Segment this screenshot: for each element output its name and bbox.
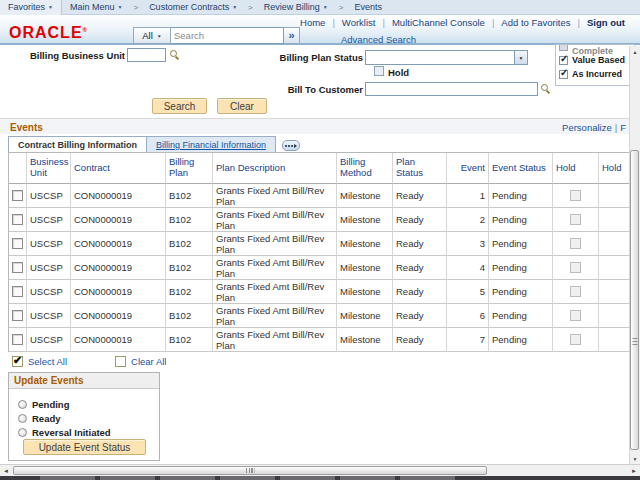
ready-radio-button[interactable]	[18, 414, 27, 423]
taskbar-block	[220, 476, 275, 480]
lookup-magnifier-icon[interactable]	[170, 50, 178, 58]
cell-plan-description: Grants Fixed Amt Bill/Rev Plan	[213, 256, 337, 280]
hold-checkbox[interactable]	[570, 334, 581, 345]
breadcrumb-item-main-menu[interactable]: Main Menu	[62, 0, 130, 15]
row-select-checkbox[interactable]	[12, 262, 23, 273]
vertical-scrollbar-thumb[interactable]	[630, 150, 639, 450]
horizontal-scrollbar[interactable]: ◄ ►	[0, 464, 640, 476]
value-based-checkbox[interactable]	[559, 56, 568, 65]
grid-header-plan-description[interactable]: Plan Description	[213, 153, 337, 184]
top-link-worklist[interactable]: Worklist	[335, 17, 383, 28]
as-incurred-checkbox[interactable]	[559, 70, 568, 79]
cell-hold-2	[599, 280, 629, 304]
select-all-link[interactable]: Select All	[28, 356, 67, 367]
scroll-right-arrow-icon[interactable]: ►	[628, 465, 640, 476]
cell-event: 5	[447, 280, 489, 304]
global-search-bar: All	[133, 27, 300, 44]
scroll-down-arrow-icon[interactable]: ▼	[630, 453, 640, 464]
breadcrumb-item-events[interactable]: Events	[346, 0, 390, 15]
grid-header-event-status[interactable]: Event Status	[489, 153, 553, 184]
billing-business-unit-input[interactable]	[127, 48, 166, 62]
find-link-partial[interactable]: F	[620, 122, 626, 133]
hold-checkbox[interactable]	[570, 214, 581, 225]
clear-button[interactable]: Clear	[217, 98, 267, 114]
events-section-title: Events	[10, 122, 43, 133]
global-search-input[interactable]	[171, 27, 284, 44]
grid-header-event[interactable]: Event	[447, 153, 489, 184]
show-all-columns-icon[interactable]	[282, 140, 300, 151]
grid-header-plan-status[interactable]: Plan Status	[393, 153, 447, 184]
cell-event-status: Pending	[489, 304, 553, 328]
clear-all-checkbox-icon[interactable]	[115, 356, 126, 367]
clear-all-group: Clear All	[115, 356, 166, 367]
hold-checkbox[interactable]	[570, 262, 581, 273]
breadcrumb-item-customer-contracts[interactable]: Customer Contracts	[141, 0, 245, 15]
breadcrumb-item-label: Favorites	[8, 2, 45, 12]
search-scope-dropdown[interactable]: All	[133, 27, 171, 44]
row-select-checkbox[interactable]	[12, 334, 23, 345]
cell-event-status: Pending	[489, 328, 553, 352]
cell-plan-description: Grants Fixed Amt Bill/Rev Plan	[213, 280, 337, 304]
row-select-checkbox[interactable]	[12, 214, 23, 225]
select-all-checkbox-icon[interactable]	[12, 356, 23, 367]
billing-plan-status-label: Billing Plan Status	[238, 52, 363, 63]
row-select-checkbox[interactable]	[12, 286, 23, 297]
top-link-sign-out[interactable]: Sign out	[580, 17, 632, 28]
search-go-button[interactable]	[284, 27, 300, 44]
reversal-initiated-radio-button[interactable]	[18, 428, 27, 437]
percent-complete-checkbox[interactable]	[559, 44, 568, 51]
advanced-search-link[interactable]: Advanced Search	[341, 34, 416, 45]
hold-checkbox[interactable]	[570, 238, 581, 249]
hold-filter-label: Hold	[388, 67, 428, 78]
billing-plan-status-select[interactable]	[365, 50, 528, 65]
breadcrumb-item-favorites[interactable]: Favorites	[0, 0, 61, 15]
hold-filter-checkbox[interactable]	[374, 66, 384, 76]
cell-hold-2	[599, 256, 629, 280]
horizontal-scrollbar-thumb[interactable]	[13, 466, 487, 475]
row-select-checkbox[interactable]	[12, 190, 23, 201]
cell-plan-status: Ready	[393, 280, 447, 304]
tab-contract-billing-information[interactable]: Contract Billing Information	[8, 136, 147, 153]
breadcrumb-item-review-billing[interactable]: Review Billing	[256, 0, 336, 15]
pending-radio-button[interactable]	[18, 400, 27, 409]
update-event-status-button[interactable]: Update Event Status	[23, 439, 146, 455]
vertical-scrollbar[interactable]: ▲ ▼	[629, 46, 640, 464]
grid-header-business-unit[interactable]: Business Unit	[27, 153, 71, 184]
grid-header-hold-2[interactable]: Hold	[599, 153, 629, 184]
lookup-magnifier-icon[interactable]	[541, 84, 549, 92]
cell-plan-description: Grants Fixed Amt Bill/Rev Plan	[213, 328, 337, 352]
scroll-up-arrow-icon[interactable]: ▲	[630, 46, 640, 57]
cell-business-unit: USCSP	[27, 208, 71, 232]
cell-plan-description: Grants Fixed Amt Bill/Rev Plan	[213, 184, 337, 208]
update-events-title: Update Events	[9, 373, 159, 389]
taskbar-block	[280, 476, 335, 480]
row-select-checkbox[interactable]	[12, 238, 23, 249]
cell-event: 4	[447, 256, 489, 280]
row-select-checkbox[interactable]	[12, 310, 23, 321]
grid-header-billing-method[interactable]: Billing Method	[337, 153, 393, 184]
hold-checkbox[interactable]	[570, 310, 581, 321]
top-link-add-to-favorites[interactable]: Add to Favorites	[494, 17, 577, 28]
bill-to-customer-input[interactable]	[365, 82, 538, 96]
checkbox-label: Value Based	[572, 55, 625, 65]
personalize-link[interactable]: Personalize	[562, 122, 612, 133]
cell-billing-plan: B102	[166, 184, 213, 208]
hold-checkbox[interactable]	[570, 286, 581, 297]
cell-hold	[553, 184, 599, 208]
top-link-multichannel-console[interactable]: MultiChannel Console	[385, 17, 492, 28]
tab-billing-financial-information[interactable]: Billing Financial Information	[147, 136, 276, 153]
cell-event-status: Pending	[489, 232, 553, 256]
chevron-down-icon[interactable]	[514, 51, 527, 64]
top-links: HomeWorklistMultiChannel ConsoleAdd to F…	[293, 17, 632, 28]
hold-checkbox[interactable]	[570, 190, 581, 201]
search-button[interactable]: Search	[152, 98, 207, 114]
cell-hold-2	[599, 232, 629, 256]
grid-header-hold[interactable]: Hold	[553, 153, 599, 184]
breadcrumb: FavoritesMain MenuCustomer ContractsRevi…	[0, 0, 640, 15]
grid-header-billing-plan[interactable]: Billing Plan	[166, 153, 213, 184]
cell-plan-status: Ready	[393, 232, 447, 256]
grid-header-contract[interactable]: Contract	[71, 153, 166, 184]
clear-all-link[interactable]: Clear All	[131, 356, 166, 367]
chevron-right-icon	[130, 2, 141, 12]
scroll-left-arrow-icon[interactable]: ◄	[0, 465, 12, 476]
